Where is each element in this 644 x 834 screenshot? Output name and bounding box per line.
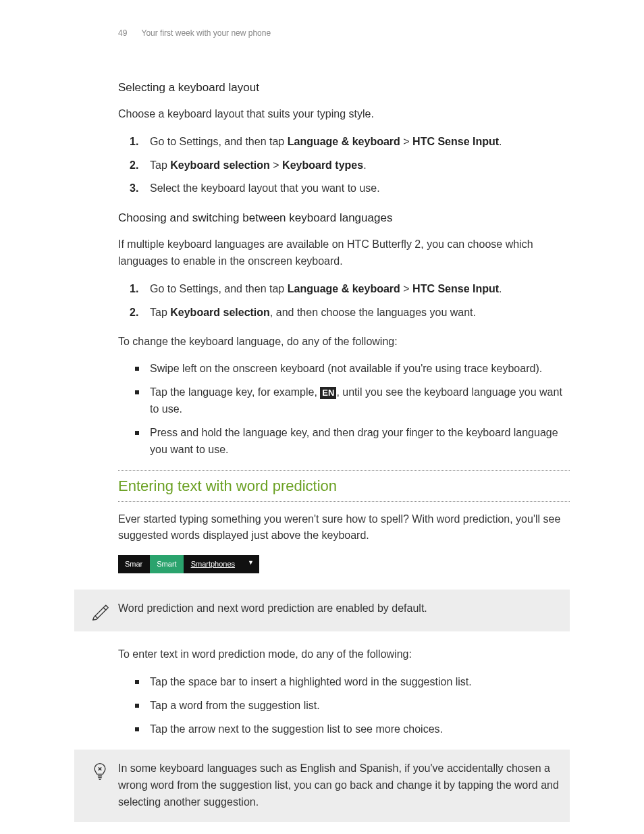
step-number: 3.	[130, 180, 138, 197]
step-number: 2.	[130, 157, 138, 174]
tip-text: In some keyboard languages such as Engli…	[118, 760, 562, 810]
ui-path: Language & keyboard	[288, 283, 400, 294]
tip-callout: In some keyboard languages such as Engli…	[74, 750, 570, 821]
list-item: 3. Select the keyboard layout that you w…	[130, 180, 570, 197]
lightbulb-icon	[81, 760, 118, 781]
heading-word-prediction: Entering text with word prediction	[118, 475, 570, 498]
paragraph: Choose a keyboard layout that suits your…	[118, 106, 570, 123]
list-item: 1. Go to Settings, and then tap Language…	[130, 281, 570, 298]
heading-choosing-languages: Choosing and switching between keyboard …	[118, 209, 570, 227]
pencil-icon	[81, 600, 118, 621]
step-number: 1.	[130, 134, 138, 151]
divider	[118, 470, 570, 471]
paragraph: Ever started typing something you weren'…	[118, 511, 570, 545]
ui-path: Keyboard selection	[170, 307, 270, 318]
note-text: Word prediction and next word prediction…	[118, 600, 562, 617]
text: .	[499, 136, 502, 147]
ui-path: Keyboard types	[282, 159, 363, 171]
text: Tap the language key, for example,	[150, 386, 320, 398]
list-item: 2. Tap Keyboard selection > Keyboard typ…	[130, 157, 570, 174]
dropdown-arrow-icon: ▼	[242, 555, 259, 573]
paragraph: To change the keyboard language, do any …	[118, 334, 570, 350]
bullet-list: Tap the space bar to insert a highlighte…	[130, 674, 570, 737]
list-item: Tap a word from the suggestion list.	[130, 698, 570, 714]
prediction-cell-active: Smart	[150, 555, 184, 573]
list-item: Tap the space bar to insert a highlighte…	[130, 674, 570, 691]
ui-path: HTC Sense Input	[412, 136, 499, 147]
list-item: Tap the language key, for example, EN, u…	[130, 384, 570, 418]
text: Tap	[150, 307, 170, 318]
ordered-list: 1. Go to Settings, and then tap Language…	[130, 134, 570, 197]
ordered-list: 1. Go to Settings, and then tap Language…	[130, 281, 570, 321]
text: Go to Settings, and then tap	[150, 283, 288, 294]
list-item: Press and hold the language key, and the…	[130, 425, 570, 459]
note-callout: Word prediction and next word prediction…	[74, 590, 570, 631]
list-item: Tap the arrow next to the suggestion lis…	[130, 721, 570, 738]
ui-path: Keyboard selection	[170, 159, 270, 171]
paragraph: If multiple keyboard languages are avail…	[118, 236, 570, 270]
text: Go to Settings, and then tap	[150, 136, 288, 147]
text: Tap the arrow next to the suggestion lis…	[150, 723, 443, 735]
step-number: 1.	[130, 281, 138, 298]
chapter-title: Your first week with your new phone	[141, 28, 271, 38]
text: >	[400, 283, 412, 294]
text: .	[499, 283, 502, 294]
list-item: 2. Tap Keyboard selection, and then choo…	[130, 305, 570, 321]
text: Tap a word from the suggestion list.	[150, 700, 320, 711]
page-number: 49	[118, 28, 127, 38]
heading-selecting-layout: Selecting a keyboard layout	[118, 79, 570, 97]
text: Tap	[150, 159, 170, 171]
prediction-bar-illustration: Smar Smart Smartphones ▼	[118, 555, 259, 573]
document-page: 49 Your first week with your new phone S…	[0, 0, 644, 834]
text: Swipe left on the onscreen keyboard (not…	[150, 363, 542, 374]
paragraph: To enter text in word prediction mode, d…	[118, 646, 570, 663]
text: Select the keyboard layout that you want…	[150, 182, 380, 194]
bullet-list: Swipe left on the onscreen keyboard (not…	[130, 361, 570, 458]
list-item: 1. Go to Settings, and then tap Language…	[130, 134, 570, 151]
text: .	[363, 159, 366, 171]
text: >	[270, 159, 282, 171]
text: , and then choose the languages you want…	[270, 307, 476, 318]
list-item: Swipe left on the onscreen keyboard (not…	[130, 361, 570, 377]
divider	[118, 501, 570, 502]
ui-path: HTC Sense Input	[412, 283, 499, 294]
prediction-cell: Smar	[118, 555, 150, 573]
running-header: 49 Your first week with your new phone	[118, 27, 570, 40]
text: Press and hold the language key, and the…	[150, 427, 558, 455]
prediction-cell: Smartphones	[184, 555, 242, 573]
step-number: 2.	[130, 305, 138, 321]
language-key-icon: EN	[320, 387, 336, 399]
text: >	[400, 136, 412, 147]
ui-path: Language & keyboard	[288, 136, 400, 147]
text: Tap the space bar to insert a highlighte…	[150, 676, 472, 687]
